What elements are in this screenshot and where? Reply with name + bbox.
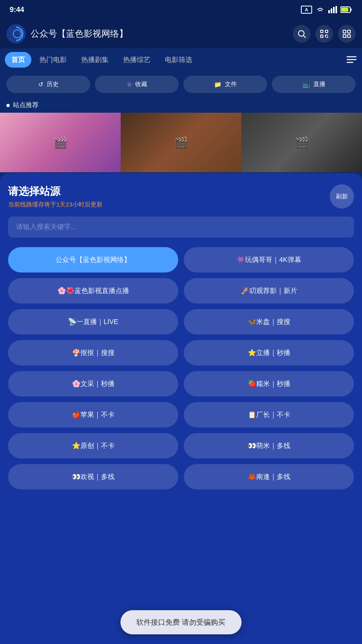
live-icon: 📺 xyxy=(302,81,310,88)
source-selection-modal: 请选择站源 当前线路缓存将于1天23小时后更新 刷新 公众号【蓝色影视网络】 👾… xyxy=(0,173,362,644)
svg-rect-3 xyxy=(335,6,337,13)
source-item-1[interactable]: 👾玩偶哥哥｜4K弹幕 xyxy=(184,247,354,272)
svg-rect-19 xyxy=(343,35,346,37)
battery-icon: ⚡ xyxy=(340,6,352,13)
live-button[interactable]: 📺 直播 xyxy=(272,76,356,93)
thumbnails-row: 🎬 🎬 🎬 xyxy=(0,113,362,172)
files-button[interactable]: 📁 文件 xyxy=(183,76,267,93)
source-item-6[interactable]: 🍄抠抠｜搜搜 xyxy=(8,340,178,365)
section-title-text: 站点推荐 xyxy=(13,101,39,109)
nav-more-button[interactable] xyxy=(346,55,357,64)
svg-line-9 xyxy=(304,36,306,38)
svg-point-8 xyxy=(298,31,304,36)
modal-subtitle: 当前线路缓存将于1天23小时后更新 xyxy=(8,201,103,208)
quick-actions-bar: ↺ 历史 ☆ 收藏 📁 文件 📺 直播 xyxy=(0,71,362,98)
favorites-button[interactable]: ☆ 收藏 xyxy=(95,76,179,93)
source-search-input[interactable] xyxy=(16,223,346,231)
tab-variety[interactable]: 热播综艺 xyxy=(117,52,157,68)
thumbnail-2[interactable]: 🎬 xyxy=(121,113,241,172)
source-item-15[interactable]: 🦀南逢｜多线 xyxy=(184,464,354,489)
source-item-12[interactable]: ⭐原创｜不卡 xyxy=(8,433,178,458)
svg-rect-1 xyxy=(331,8,332,13)
svg-text:⚡: ⚡ xyxy=(343,8,348,12)
svg-rect-10 xyxy=(321,30,323,33)
bottom-toast: 软件接口免费 请勿受骗购买 xyxy=(120,610,241,634)
scan-button[interactable] xyxy=(315,25,333,43)
files-label: 文件 xyxy=(225,80,237,88)
section-dot xyxy=(6,104,10,107)
app-logo xyxy=(6,24,26,43)
signal-icon xyxy=(328,6,337,13)
source-item-4[interactable]: 📡一直播｜LIVE xyxy=(8,309,178,334)
thumb-1-content: 🎬 xyxy=(0,113,121,172)
app-title: 公众号【蓝色影视网络】 xyxy=(31,28,288,40)
grid-icon xyxy=(342,29,352,39)
history-button[interactable]: ↺ 历史 xyxy=(6,76,90,93)
thumbnail-3[interactable]: 🎬 xyxy=(241,113,362,172)
svg-rect-18 xyxy=(348,30,350,33)
source-item-10[interactable]: 🍎苹果｜不卡 xyxy=(8,402,178,427)
live-label: 直播 xyxy=(313,80,325,88)
source-item-0[interactable]: 公众号【蓝色影视网络】 xyxy=(8,247,178,272)
section-title: 站点推荐 xyxy=(0,98,362,113)
favorites-label: 收藏 xyxy=(135,80,147,88)
refresh-button[interactable]: 刷新 xyxy=(330,184,354,208)
source-search-wrap[interactable] xyxy=(8,217,354,237)
source-item-7[interactable]: ⭐立播｜秒播 xyxy=(184,340,354,365)
tab-series[interactable]: 热播剧集 xyxy=(75,52,115,68)
history-label: 历史 xyxy=(47,80,59,88)
a-icon: A xyxy=(301,6,312,14)
favorites-icon: ☆ xyxy=(127,81,132,88)
status-icons: A ⚡ xyxy=(301,5,352,14)
thumb-3-content: 🎬 xyxy=(241,113,362,172)
svg-rect-17 xyxy=(343,30,346,33)
source-item-3[interactable]: 🚀叨观荐影｜新片 xyxy=(184,278,354,303)
source-item-8[interactable]: 🌸文采｜秒播 xyxy=(8,371,178,396)
source-item-2[interactable]: 🌸🌺蓝色影视直播点播 xyxy=(8,278,178,303)
modal-title-group: 请选择站源 当前线路缓存将于1天23小时后更新 xyxy=(8,184,103,208)
tab-movies[interactable]: 热门电影 xyxy=(33,52,73,68)
history-icon: ↺ xyxy=(38,81,43,88)
thumb-2-content: 🎬 xyxy=(121,113,241,172)
list-icon xyxy=(346,55,357,64)
source-item-9[interactable]: 🍓糯米｜秒播 xyxy=(184,371,354,396)
svg-rect-11 xyxy=(325,30,328,33)
toast-text: 软件接口免费 请勿受骗购买 xyxy=(136,618,225,626)
scan-icon xyxy=(319,29,329,39)
source-item-14[interactable]: 👀欢视｜多线 xyxy=(8,464,178,489)
svg-rect-20 xyxy=(348,35,350,37)
source-grid: 公众号【蓝色影视网络】 👾玩偶哥哥｜4K弹幕 🌸🌺蓝色影视直播点播 🚀叨观荐影｜… xyxy=(8,247,354,489)
tab-filter[interactable]: 电影筛选 xyxy=(158,52,199,68)
modal-title: 请选择站源 xyxy=(8,184,103,198)
status-time: 9:44 xyxy=(10,6,24,14)
source-item-11[interactable]: 📋厂长｜不卡 xyxy=(184,402,354,427)
source-item-13[interactable]: 👀萌米｜多线 xyxy=(184,433,354,458)
svg-rect-12 xyxy=(321,35,323,37)
svg-rect-5 xyxy=(350,8,352,11)
search-icon xyxy=(297,29,306,39)
svg-rect-2 xyxy=(333,7,335,13)
header-actions xyxy=(293,25,356,43)
wifi-icon xyxy=(315,5,325,14)
tab-home[interactable]: 首页 xyxy=(5,52,31,68)
files-icon: 📁 xyxy=(214,81,222,88)
thumbnail-1[interactable]: 🎬 xyxy=(0,113,121,172)
app-header: 公众号【蓝色影视网络】 xyxy=(0,19,362,48)
search-button[interactable] xyxy=(293,25,311,43)
status-bar: 9:44 A ⚡ xyxy=(0,0,362,19)
nav-tabs: 首页 热门电影 热播剧集 热播综艺 电影筛选 xyxy=(0,48,362,71)
source-item-5[interactable]: 🦋米盘｜搜搜 xyxy=(184,309,354,334)
modal-header: 请选择站源 当前线路缓存将于1天23小时后更新 刷新 xyxy=(8,184,354,208)
refresh-label: 刷新 xyxy=(336,193,348,200)
menu-button[interactable] xyxy=(338,25,356,43)
svg-rect-0 xyxy=(328,10,330,13)
